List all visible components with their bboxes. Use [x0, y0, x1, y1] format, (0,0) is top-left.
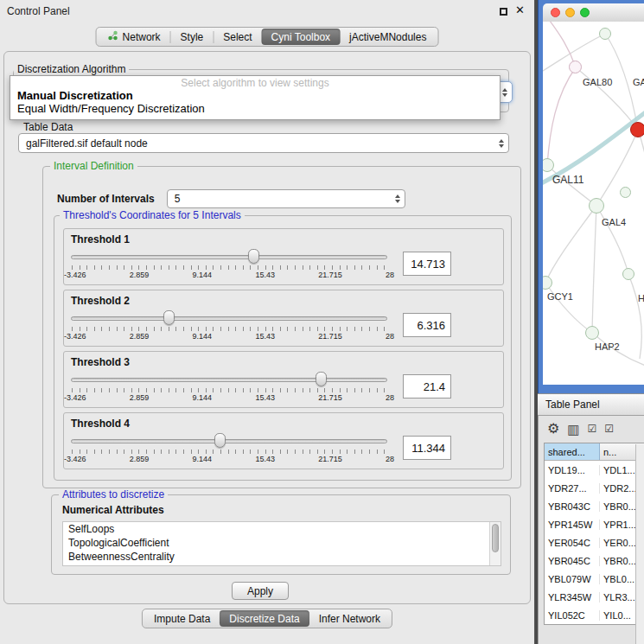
table-cell[interactable]: YDL19... [545, 465, 600, 475]
number-of-intervals-row: Number of Intervals 5 [57, 189, 405, 208]
tab-impute-data[interactable]: Impute Data [144, 610, 220, 627]
network-node[interactable] [622, 268, 634, 280]
threshold-value-field[interactable]: 6.316 [403, 313, 451, 337]
tab-network[interactable]: Network [99, 29, 170, 45]
slider-thumb[interactable] [316, 372, 327, 386]
tab-label: Style [181, 31, 204, 43]
threshold-slider[interactable]: -3.426 2.859 9.144 15.43 21.715 28 [71, 247, 387, 280]
table-cell[interactable]: YBR045C [545, 556, 600, 566]
slider-track[interactable] [71, 316, 387, 321]
control-panel: Control Panel ✕ Network Style Select Cyn… [0, 0, 535, 644]
slider-track[interactable] [71, 439, 387, 443]
network-node-label: GAL11 [552, 174, 583, 186]
slider-thumb[interactable] [163, 310, 175, 325]
table-cell[interactable]: YBL079W [545, 574, 600, 584]
threshold-slider[interactable]: -3.426 2.859 9.144 15.43 21.715 28 [71, 370, 387, 403]
tab-cyni-toolbox[interactable]: Cyni Toolbox [262, 29, 340, 45]
tick-label: 21.715 [318, 393, 342, 402]
table-row[interactable]: YPR145W YPR1... [545, 515, 644, 533]
menu-item-equal-width-frequency[interactable]: Equal Width/Frequency Discretization [10, 102, 500, 115]
number-of-intervals-dropdown[interactable]: 5 [167, 189, 405, 208]
slider-track[interactable] [71, 255, 387, 259]
network-view-window: GAL80 GA GAL11 GAL4 GCY1 H HAP2 [538, 0, 644, 393]
dropdown-arrows-icon [395, 194, 400, 203]
column-header-shared-name[interactable]: shared... [545, 443, 600, 460]
close-icon[interactable]: ✕ [515, 3, 525, 16]
apply-button[interactable]: Apply [232, 582, 289, 600]
threshold-value-field[interactable]: 14.713 [403, 252, 451, 276]
menu-item-manual-discretization[interactable]: Manual Discretization [10, 89, 500, 102]
table-row[interactable]: YBR045C YBR0... [545, 552, 644, 570]
table-cell[interactable]: YBR043C [545, 501, 600, 512]
table-data-label: Table Data [23, 121, 73, 133]
network-window-titlebar [543, 3, 644, 22]
tab-discretize-data[interactable]: Discretize Data [220, 610, 309, 627]
table-row[interactable]: YIL052C YIL0... [545, 606, 644, 624]
table-cell[interactable]: YDR27... [545, 483, 600, 494]
list-scrollbar[interactable] [489, 522, 501, 565]
table-cell[interactable]: YIL052C [545, 610, 600, 621]
network-node-label: GCY1 [547, 291, 573, 302]
threshold-label: Threshold 2 [71, 295, 496, 307]
tick-label: 21.715 [318, 332, 342, 341]
zoom-traffic-light-icon[interactable] [580, 8, 590, 17]
tab-jactivemnodules[interactable]: jActiveMNodules [340, 29, 436, 45]
list-item[interactable]: SelfLoops [63, 522, 501, 536]
network-node-label: H [638, 293, 644, 303]
threshold-slider[interactable]: -3.426 2.859 9.144 15.43 21.715 28 [71, 309, 387, 341]
select-none-checkbox-icon[interactable]: ☑ [604, 424, 614, 435]
table-row[interactable]: YER054C YER0... [545, 533, 644, 552]
tab-style[interactable]: Style [171, 29, 214, 45]
list-item[interactable]: TopologicalCoefficient [63, 536, 501, 550]
columns-icon[interactable]: ▥ [567, 423, 579, 436]
network-canvas[interactable]: GAL80 GA GAL11 GAL4 GCY1 H HAP2 [543, 22, 644, 385]
network-node[interactable] [599, 28, 611, 40]
scrollbar-thumb[interactable] [492, 524, 499, 552]
tab-select[interactable]: Select [214, 29, 261, 45]
tick-label: 9.144 [193, 271, 213, 279]
float-window-icon[interactable] [500, 8, 507, 16]
tab-label: Network [123, 31, 161, 43]
slider-thumb[interactable] [214, 433, 226, 448]
tab-infer-network[interactable]: Infer Network [309, 610, 390, 627]
fieldset-legend: Interval Definition [50, 160, 137, 172]
slider-thumb[interactable] [248, 249, 259, 264]
algorithm-dropdown-menu: Select algorithm to view settings Manual… [10, 75, 501, 120]
table-cell[interactable]: YPR145W [545, 520, 600, 530]
network-node-label: GA [633, 77, 644, 87]
table-row[interactable]: YLR345W YLR3... [545, 588, 644, 606]
table-cell[interactable]: YLR345W [545, 592, 600, 603]
attributes-fieldset: Attributes to discretize Numerical Attri… [51, 494, 511, 575]
tick-label: 2.859 [130, 393, 150, 402]
slider-track[interactable] [71, 378, 387, 382]
network-node[interactable] [630, 122, 644, 137]
gear-icon[interactable]: ⚙ [547, 422, 559, 436]
tick-label: 15.43 [255, 332, 275, 341]
dropdown-hint: Select algorithm to view settings [10, 77, 500, 89]
network-node[interactable] [569, 61, 582, 73]
threshold-slider[interactable]: -3.426 2.859 9.144 15.43 21.715 28 [71, 431, 387, 464]
table-data-dropdown[interactable]: galFiltered.sif default node [18, 133, 509, 153]
table-row[interactable]: YBR043C YBR0... [545, 497, 644, 515]
slider-tick-labels: -3.426 2.859 9.144 15.43 21.715 28 [64, 455, 394, 463]
network-node[interactable] [589, 198, 604, 214]
list-item[interactable]: BetweennessCentrality [63, 550, 501, 564]
table-cell[interactable]: YER054C [545, 538, 600, 548]
threshold-value-field[interactable]: 11.344 [403, 436, 451, 460]
minimize-traffic-light-icon[interactable] [565, 8, 575, 17]
table-row[interactable]: YDL19... YDL1... [545, 461, 644, 479]
tick-label: 28 [386, 271, 394, 279]
network-node[interactable] [585, 326, 599, 340]
tab-label: Infer Network [319, 613, 380, 625]
table-row[interactable]: YBL079W YBL0... [545, 570, 644, 588]
cyni-toolbox-panel: Discretization Algorithm Select algorith… [3, 51, 531, 604]
select-all-checkbox-icon[interactable]: ☑ [588, 424, 597, 435]
table-scrollbar[interactable] [635, 444, 644, 644]
network-node-label: GAL80 [583, 77, 612, 87]
threshold-value-field[interactable]: 21.4 [403, 374, 451, 399]
close-traffic-light-icon[interactable] [551, 8, 560, 17]
threshold-label: Threshold 4 [71, 418, 496, 430]
network-node[interactable] [620, 187, 631, 198]
node-table: shared... n... YDL19... YDL1... YDR27...… [544, 443, 644, 625]
table-row[interactable]: YDR27... YDR2... [545, 479, 644, 497]
